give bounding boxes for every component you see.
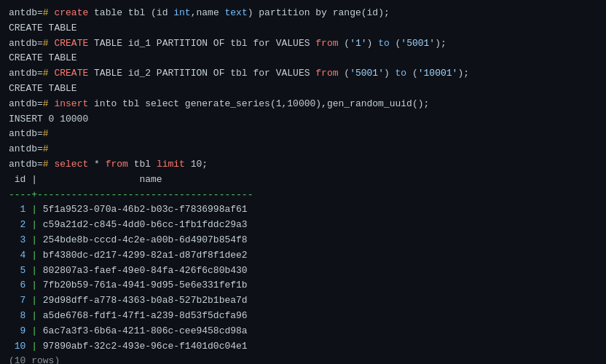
pipe-char: | [25, 219, 42, 230]
prompt-hash: # [43, 128, 49, 139]
terminal-line: 10 | 97890abf-32c2-493e-96ce-f1401d0c04e… [9, 339, 597, 355]
prompt-prefix: antdb= [9, 143, 43, 154]
terminal-line: 5 | 802807a3-faef-49e0-84fa-426f6c80b430 [9, 264, 597, 279]
prompt-hash: # [43, 143, 49, 154]
code-token: ,name [191, 7, 225, 18]
row-uuid: 7fb20b59-761a-4941-9d95-5e6e331fef1b [43, 280, 248, 290]
code-token: into tbl select generate_series(1,10000)… [88, 98, 429, 109]
code-token: # [43, 98, 55, 109]
row-uuid: 254bde8b-cccd-4c2e-a00b-6d4907b854f8 [43, 234, 248, 245]
code-token: from [106, 159, 128, 170]
terminal-line: 1 | 5f1a9523-070a-46b2-b03c-f7836998af61 [9, 202, 597, 218]
terminal-line: antdb=# [9, 127, 597, 142]
code-token: '1' [350, 38, 366, 49]
code-token: # [43, 68, 55, 79]
terminal-line: CREATE TABLE [9, 82, 597, 97]
pipe-char: | [25, 325, 42, 336]
code-token: # [43, 159, 55, 170]
terminal-line: 4 | bf4380dc-d217-4299-82a1-d87df8f1dee2 [9, 248, 597, 264]
code-token: CREATE [54, 68, 88, 79]
pipe-char: | [25, 280, 42, 290]
code-token: * [88, 159, 105, 170]
row-uuid: 5f1a9523-070a-46b2-b03c-f7836998af61 [43, 204, 248, 215]
code-token: tbl [128, 159, 157, 170]
output-text: INSERT 0 10000 [9, 114, 88, 124]
row-id: 3 [9, 234, 25, 245]
code-token: to [396, 68, 407, 79]
terminal-line: 9 | 6ac7a3f3-6b6a-4211-806c-cee9458cd98a [9, 324, 597, 339]
row-uuid: a5de6768-fdf1-47f1-a239-8d53f5dcfa96 [43, 310, 248, 321]
pipe-char: | [25, 265, 42, 276]
row-id: 8 [9, 310, 25, 321]
code-token: ( [390, 38, 401, 49]
code-token: antdb= [9, 159, 43, 170]
row-uuid: c59a21d2-c845-4dd0-b6cc-1fb1fddc29a3 [43, 219, 248, 230]
code-token: 10; [185, 159, 208, 170]
output-text: CREATE TABLE [9, 23, 77, 33]
code-token: '5001' [401, 38, 435, 49]
code-token: '5001' [350, 68, 384, 79]
code-token: ( [339, 68, 350, 79]
row-id: 10 [9, 341, 25, 352]
table-header: id | name [9, 174, 264, 185]
code-token: TABLE id_2 PARTITION OF tbl for VALUES [88, 68, 315, 79]
code-token: '10001' [418, 68, 458, 79]
output-text: CREATE TABLE [9, 83, 77, 94]
terminal-line: 8 | a5de6768-fdf1-47f1-a239-8d53f5dcfa96 [9, 309, 597, 324]
code-token: antdb= [9, 7, 43, 18]
terminal-line: INSERT 0 10000 [9, 112, 597, 127]
terminal: antdb=# create table tbl (id int,name te… [9, 6, 597, 358]
output-text: CREATE TABLE [9, 52, 77, 63]
code-token: text [224, 7, 247, 18]
terminal-line: antdb=# insert into tbl select generate_… [9, 97, 597, 112]
code-token: ); [457, 68, 469, 79]
row-id: 5 [9, 265, 25, 276]
row-uuid: bf4380dc-d217-4299-82a1-d87df8f1dee2 [43, 250, 248, 261]
code-token: table tbl (id [88, 7, 173, 18]
row-id: 9 [9, 325, 25, 336]
terminal-line: CREATE TABLE [9, 21, 597, 36]
terminal-line: ----+-----------------------------------… [9, 188, 597, 203]
code-token: antdb= [9, 68, 43, 79]
code-token: ) [367, 38, 379, 49]
code-token: insert [54, 98, 88, 109]
code-token: # [43, 38, 55, 49]
code-token: antdb= [9, 38, 43, 49]
row-id: 2 [9, 219, 25, 230]
code-token: ) partition by range(id); [248, 7, 390, 18]
pipe-char: | [25, 341, 42, 352]
pipe-char: | [25, 204, 42, 215]
terminal-line: 2 | c59a21d2-c845-4dd0-b6cc-1fb1fddc29a3 [9, 218, 597, 233]
code-token: from [315, 38, 338, 49]
pipe-char: | [25, 310, 42, 321]
code-token: ) [384, 68, 396, 79]
row-uuid: 6ac7a3f3-6b6a-4211-806c-cee9458cd98a [43, 325, 248, 336]
code-token: from [315, 68, 338, 79]
row-uuid: 29d98dff-a778-4363-b0a8-527b2b1bea7d [43, 295, 248, 306]
code-token: CREATE [54, 38, 88, 49]
code-token: ( [339, 38, 350, 49]
row-uuid: 802807a3-faef-49e0-84fa-426f6c80b430 [43, 265, 248, 276]
row-uuid: 97890abf-32c2-493e-96ce-f1401d0c04e1 [43, 341, 248, 352]
code-token: create [54, 7, 88, 18]
code-token: to [378, 38, 390, 49]
pipe-char: | [25, 295, 42, 306]
row-id: 4 [9, 250, 25, 261]
terminal-line: 3 | 254bde8b-cccd-4c2e-a00b-6d4907b854f8 [9, 233, 597, 248]
terminal-line: antdb=# select * from tbl limit 10; [9, 157, 597, 173]
prompt-prefix: antdb= [9, 128, 43, 139]
terminal-line: 6 | 7fb20b59-761a-4941-9d95-5e6e331fef1b [9, 278, 597, 293]
pipe-char: | [25, 234, 42, 245]
code-token: # [43, 7, 55, 18]
terminal-line: (10 rows) [9, 354, 597, 364]
code-token: antdb= [9, 98, 43, 109]
rows-count: (10 rows) [9, 355, 60, 364]
code-token: TABLE id_1 PARTITION OF tbl for VALUES [88, 38, 315, 49]
terminal-line: antdb=# [9, 142, 597, 157]
terminal-line: antdb=# CREATE TABLE id_1 PARTITION OF t… [9, 36, 597, 52]
code-token: limit [157, 159, 185, 170]
terminal-line: antdb=# create table tbl (id int,name te… [9, 6, 597, 21]
pipe-char: | [25, 250, 42, 261]
code-token: int [173, 7, 190, 18]
terminal-line: antdb=# CREATE TABLE id_2 PARTITION OF t… [9, 66, 597, 82]
